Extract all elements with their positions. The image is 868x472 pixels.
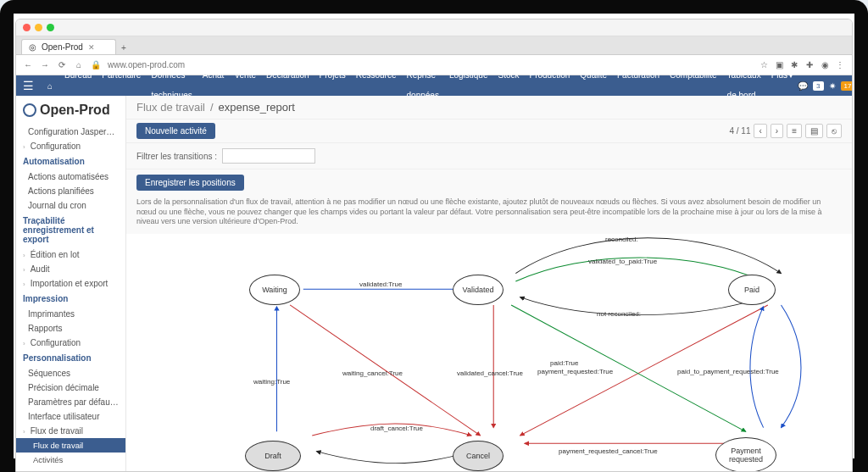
- new-activity-button[interactable]: Nouvelle activité: [136, 123, 215, 139]
- chat-icon[interactable]: 💬: [798, 81, 808, 91]
- window-controls: [16, 19, 852, 36]
- sidebar-item-edition[interactable]: Édition en lot: [16, 247, 125, 262]
- edge-waiting-cancel: waiting_cancel:True: [342, 369, 403, 377]
- edge-validated-true: validated:True: [359, 280, 402, 288]
- sidebar-header-automatisation: Automatisation: [16, 153, 125, 169]
- sidebar-header-perso: Personnalisation: [16, 350, 125, 366]
- edge-validated-cancel: validated_cancel:True: [457, 369, 523, 377]
- edge-reconciled: reconciled:: [605, 236, 638, 243]
- sidebar-header-trace: Traçabilité enregistrement et export: [16, 213, 125, 247]
- edge-not-reconciled: not reconciled:: [597, 310, 641, 318]
- new-tab-button[interactable]: +: [116, 42, 131, 54]
- sidebar-item-config[interactable]: Configuration: [16, 139, 125, 153]
- sidebar-item-audit[interactable]: Audit: [16, 262, 125, 276]
- node-validated[interactable]: Validated: [453, 275, 504, 305]
- view-graph-button[interactable]: ⎋: [826, 124, 842, 138]
- kebab-icon[interactable]: ⋮: [835, 60, 845, 70]
- pager-prev[interactable]: ‹: [754, 124, 766, 138]
- sidebar-item-transitions[interactable]: Transitions: [16, 467, 125, 471]
- sidebar-header-impression: Impression: [16, 291, 125, 307]
- breadcrumb-current: expense_report: [219, 101, 295, 114]
- sidebar-item-import[interactable]: Importation et export: [16, 276, 125, 291]
- puzzle-icon[interactable]: ✚: [804, 60, 815, 70]
- browser-tab[interactable]: ◎ Open-Prod ✕: [21, 39, 116, 54]
- edge-payreq-cancel: payment_requested_cancel:True: [559, 447, 658, 455]
- help-text: Lors de la personnalisation d'un flux de…: [126, 196, 852, 234]
- sidebar-item-jasper[interactable]: Configuration JasperSer...: [16, 125, 125, 139]
- app-menu-bar: ☰ ⌂ Bureau Partenaire Données techniques…: [16, 75, 852, 96]
- breadcrumb: Flux de travail / expense_report: [126, 96, 852, 119]
- sidebar-item-precision[interactable]: Précision décimale: [16, 380, 125, 395]
- view-form-button[interactable]: ▤: [805, 124, 823, 138]
- sidebar-item-actions-auto[interactable]: Actions automatisées: [16, 169, 125, 184]
- pager-text: 4 / 11: [729, 126, 750, 136]
- minimize-window-icon[interactable]: [35, 24, 42, 31]
- sidebar-item-cron[interactable]: Journal du cron: [16, 198, 125, 213]
- hamburger-icon[interactable]: ☰: [16, 79, 41, 92]
- home-menu-icon[interactable]: ⌂: [41, 81, 59, 91]
- sidebar: Open-Prod Configuration JasperSer... Con…: [16, 96, 126, 471]
- sidebar-item-flux-parent[interactable]: Flux de travail: [16, 424, 125, 438]
- tab-title: Open-Prod: [42, 42, 83, 52]
- app-logo: Open-Prod: [16, 99, 125, 125]
- sidebar-item-imprimantes[interactable]: Imprimantes: [16, 307, 125, 321]
- maximize-window-icon[interactable]: [47, 24, 54, 31]
- back-icon[interactable]: ←: [23, 60, 33, 70]
- workflow-canvas[interactable]: Waiting Validated Paid Draft Cancel Paym…: [126, 234, 852, 471]
- node-waiting[interactable]: Waiting: [249, 275, 300, 305]
- close-tab-icon[interactable]: ✕: [88, 43, 95, 52]
- edge-waiting-true: waiting:True: [253, 378, 290, 386]
- browser-tab-strip: ◎ Open-Prod ✕ +: [16, 36, 852, 55]
- gear-icon[interactable]: ✷: [829, 81, 836, 91]
- pager-next[interactable]: ›: [771, 124, 783, 138]
- breadcrumb-sep: /: [210, 101, 214, 114]
- edge-validated-to-paid: validated_to_paid:True: [588, 258, 657, 265]
- edge-draft-cancel: draft_cancel:True: [370, 425, 423, 432]
- breadcrumb-root[interactable]: Flux de travail: [136, 101, 205, 114]
- sidebar-item-rapports[interactable]: Rapports: [16, 321, 125, 336]
- avatar-icon[interactable]: ◉: [820, 60, 830, 70]
- sidebar-item-sequences[interactable]: Séquences: [16, 366, 125, 380]
- node-paid[interactable]: Paid: [728, 275, 776, 305]
- edge-paid: paid:True: [550, 359, 579, 367]
- tab-favicon: ◎: [29, 42, 36, 52]
- chat-count: 3: [813, 81, 823, 91]
- node-cancel[interactable]: Cancel: [453, 441, 504, 471]
- forward-icon[interactable]: →: [40, 60, 50, 70]
- gear-count: 17: [841, 81, 853, 91]
- sidebar-item-config2[interactable]: Configuration: [16, 336, 125, 350]
- edge-payment-req: payment_requested:True: [537, 368, 613, 375]
- sidebar-item-activites[interactable]: Activités: [16, 453, 125, 467]
- filter-input[interactable]: [222, 148, 315, 164]
- node-draft[interactable]: Draft: [245, 441, 301, 471]
- close-window-icon[interactable]: [23, 24, 31, 31]
- save-positions-button[interactable]: Enregistrer les positions: [136, 175, 244, 191]
- sidebar-item-params[interactable]: Paramètres par défaut d...: [16, 395, 125, 409]
- sidebar-item-ui[interactable]: Interface utilisateur: [16, 409, 125, 424]
- sidebar-item-flux[interactable]: Flux de travail: [16, 438, 125, 453]
- view-list-button[interactable]: ≡: [787, 124, 802, 138]
- node-payment-requested[interactable]: Payment requested: [715, 437, 776, 471]
- filter-label: Filtrer les transitions :: [136, 152, 217, 161]
- sidebar-item-actions-plan[interactable]: Actions planifiées: [16, 184, 125, 198]
- edge-paid-payreq: paid_to_payment_requested:True: [677, 368, 779, 375]
